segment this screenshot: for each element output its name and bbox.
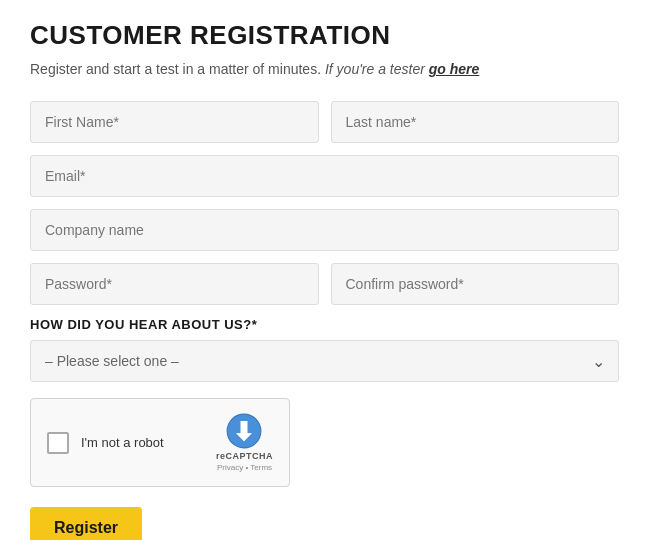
- recaptcha-links-text: Privacy • Terms: [217, 463, 272, 472]
- password-input[interactable]: [30, 263, 319, 305]
- recaptcha-logo-icon: [226, 413, 262, 449]
- email-field: [30, 155, 619, 197]
- subtitle-italic-text: If you're a tester: [325, 61, 429, 77]
- password-row: [30, 263, 619, 305]
- last-name-field: [331, 101, 620, 143]
- recaptcha-checkbox[interactable]: [47, 432, 69, 454]
- email-row: [30, 155, 619, 197]
- confirm-password-input[interactable]: [331, 263, 620, 305]
- subtitle-static-text: Register and start a test in a matter of…: [30, 61, 321, 77]
- company-input[interactable]: [30, 209, 619, 251]
- recaptcha-label: I'm not a robot: [81, 435, 164, 450]
- recaptcha-brand-text: reCAPTCHA: [216, 451, 273, 461]
- register-button[interactable]: Register: [30, 507, 142, 540]
- company-field: [30, 209, 619, 251]
- last-name-input[interactable]: [331, 101, 620, 143]
- recaptcha-widget: I'm not a robot reCAPTCHA Privacy • Term…: [30, 398, 290, 487]
- hear-about-select-wrapper: – Please select one – Google Facebook Li…: [30, 340, 619, 382]
- hear-about-section: HOW DID YOU HEAR ABOUT US?* – Please sel…: [30, 317, 619, 382]
- confirm-password-field: [331, 263, 620, 305]
- password-field: [30, 263, 319, 305]
- email-input[interactable]: [30, 155, 619, 197]
- name-row: [30, 101, 619, 143]
- hear-about-label: HOW DID YOU HEAR ABOUT US?*: [30, 317, 619, 332]
- first-name-field: [30, 101, 319, 143]
- first-name-input[interactable]: [30, 101, 319, 143]
- recaptcha-right: reCAPTCHA Privacy • Terms: [216, 413, 273, 472]
- tester-link[interactable]: go here: [429, 61, 480, 77]
- page-title: CUSTOMER REGISTRATION: [30, 20, 619, 51]
- hear-about-select[interactable]: – Please select one – Google Facebook Li…: [30, 340, 619, 382]
- company-row: [30, 209, 619, 251]
- subtitle: Register and start a test in a matter of…: [30, 61, 619, 77]
- recaptcha-left: I'm not a robot: [47, 432, 164, 454]
